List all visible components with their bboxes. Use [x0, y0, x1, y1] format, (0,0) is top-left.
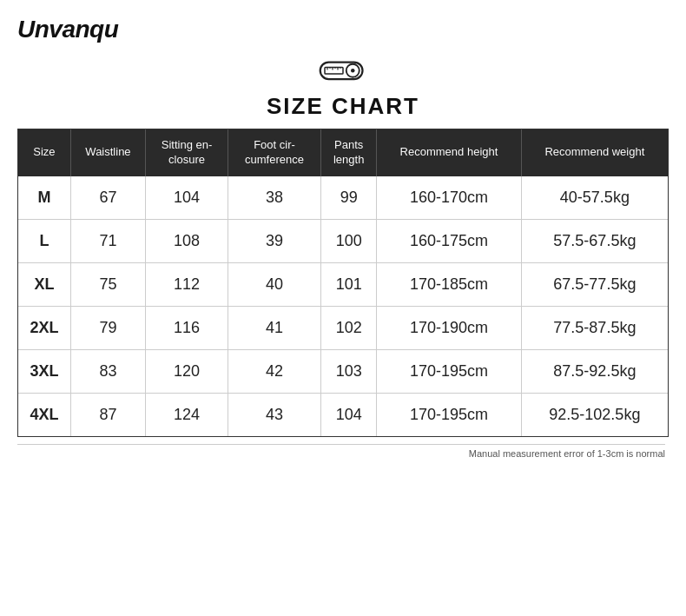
cell-pants_length: 99	[321, 176, 377, 220]
cell-recommend_height: 160-170cm	[377, 176, 522, 220]
size-chart-table: Size Waistline Sitting en-closure Foot c…	[18, 129, 668, 436]
cell-pants_length: 103	[321, 349, 377, 393]
header-size: Size	[18, 129, 70, 176]
size-chart-title: SIZE CHART	[267, 93, 419, 120]
cell-sitting_enclosure: 108	[146, 219, 228, 262]
footer-divider	[17, 444, 665, 445]
cell-waistline: 79	[70, 306, 145, 349]
cell-sitting_enclosure: 112	[146, 262, 228, 306]
header-recommend-height: Recommend height	[377, 129, 522, 176]
table-row: XL7511240101170-185cm67.5-77.5kg	[18, 262, 668, 306]
header-waistline: Waistline	[70, 129, 145, 176]
cell-waistline: 71	[70, 219, 145, 262]
cell-recommend_height: 170-185cm	[377, 262, 522, 306]
table-row: 4XL8712443104170-195cm92.5-102.5kg	[18, 393, 668, 436]
cell-size: L	[18, 219, 70, 262]
header-foot-circumference: Foot cir-cumference	[228, 129, 320, 176]
cell-size: XL	[18, 262, 70, 306]
header-recommend-weight: Recommend weight	[521, 129, 668, 176]
cell-pants_length: 100	[321, 219, 377, 262]
svg-point-2	[351, 69, 355, 73]
cell-recommend_height: 170-195cm	[377, 393, 522, 436]
cell-sitting_enclosure: 116	[146, 306, 228, 349]
footer-note-text: Manual measurement error of 1-3cm is nor…	[469, 448, 665, 459]
cell-recommend_height: 170-195cm	[377, 349, 522, 393]
cell-pants_length: 101	[321, 262, 377, 306]
cell-recommend_height: 170-190cm	[377, 306, 522, 349]
cell-foot_circumference: 43	[228, 393, 320, 436]
cell-recommend_weight: 87.5-92.5kg	[521, 349, 668, 393]
cell-recommend_weight: 57.5-67.5kg	[521, 219, 668, 262]
cell-size: 4XL	[18, 393, 70, 436]
cell-foot_circumference: 41	[228, 306, 320, 349]
header-sitting-enclosure: Sitting en-closure	[146, 129, 228, 176]
cell-sitting_enclosure: 124	[146, 393, 228, 436]
size-chart-table-container: Size Waistline Sitting en-closure Foot c…	[17, 129, 669, 437]
cell-size: 2XL	[18, 306, 70, 349]
cell-waistline: 83	[70, 349, 145, 393]
brand-name: Unvanqu	[17, 16, 669, 43]
cell-size: 3XL	[18, 349, 70, 393]
cell-recommend_weight: 67.5-77.5kg	[521, 262, 668, 306]
footer-section: Manual measurement error of 1-3cm is nor…	[17, 444, 669, 459]
cell-sitting_enclosure: 120	[146, 349, 228, 393]
cell-recommend_weight: 40-57.5kg	[521, 176, 668, 220]
cell-pants_length: 104	[321, 393, 377, 436]
cell-foot_circumference: 38	[228, 176, 320, 220]
table-row: 2XL7911641102170-190cm77.5-87.5kg	[18, 306, 668, 349]
cell-foot_circumference: 42	[228, 349, 320, 393]
cell-sitting_enclosure: 104	[146, 176, 228, 220]
cell-recommend_weight: 92.5-102.5kg	[521, 393, 668, 436]
cell-waistline: 67	[70, 176, 145, 220]
cell-foot_circumference: 39	[228, 219, 320, 262]
cell-recommend_height: 160-175cm	[377, 219, 522, 262]
table-row: 3XL8312042103170-195cm87.5-92.5kg	[18, 349, 668, 393]
table-header-row: Size Waistline Sitting en-closure Foot c…	[18, 129, 668, 176]
cell-waistline: 87	[70, 393, 145, 436]
header-section: SIZE CHART	[17, 50, 669, 120]
cell-recommend_weight: 77.5-87.5kg	[521, 306, 668, 349]
cell-size: M	[18, 176, 70, 220]
page-wrapper: Unvanqu SIZE CHART Size Waistl	[0, 0, 686, 616]
cell-waistline: 75	[70, 262, 145, 306]
tape-measure-icon	[317, 50, 369, 89]
cell-pants_length: 102	[321, 306, 377, 349]
header-pants-length: Pantslength	[321, 129, 377, 176]
table-row: M671043899160-170cm40-57.5kg	[18, 176, 668, 220]
cell-foot_circumference: 40	[228, 262, 320, 306]
table-row: L7110839100160-175cm57.5-67.5kg	[18, 219, 668, 262]
